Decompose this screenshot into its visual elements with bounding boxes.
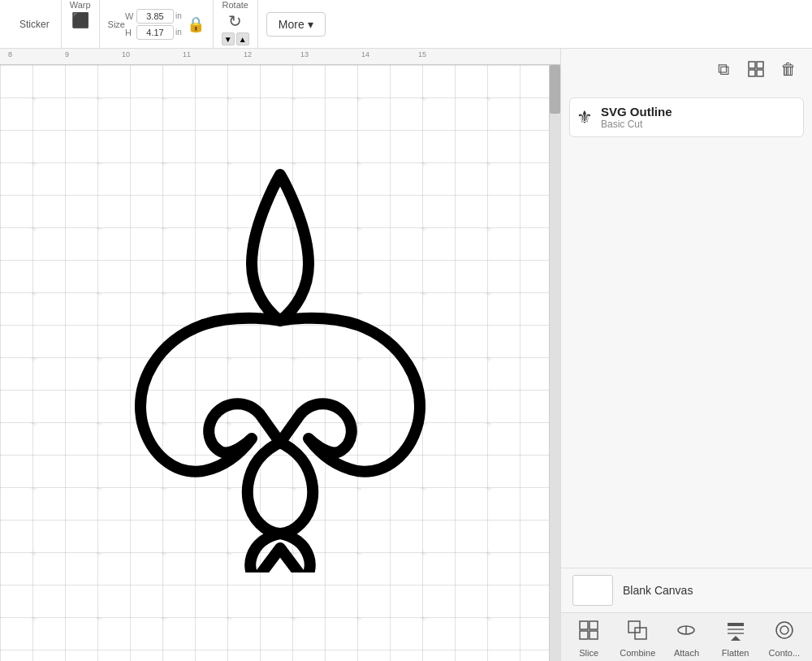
ruler-tick-10: 10 <box>122 50 130 58</box>
sticker-group: Sticker <box>8 0 62 48</box>
slice-icon <box>578 620 599 646</box>
svg-rect-14 <box>728 633 744 634</box>
layer-item[interactable]: ⚜ SVG Outline Basic Cut <box>569 97 804 137</box>
warp-group: Warp ⬛ <box>62 0 100 48</box>
contour-icon <box>774 620 795 646</box>
lock-icon[interactable]: 🔒 <box>187 15 205 33</box>
svg-point-17 <box>780 626 788 634</box>
scrollbar-thumb[interactable] <box>550 65 560 114</box>
warp-label: Warp <box>70 0 91 10</box>
combine-label: Combine <box>620 648 655 658</box>
delete-button[interactable]: 🗑 <box>776 57 801 81</box>
ruler-tick-13: 13 <box>300 50 309 58</box>
svg-rect-5 <box>590 621 598 629</box>
more-group: More ▾ <box>258 0 334 48</box>
ruler-tick-11: 11 <box>183 50 191 58</box>
warp-icon: ⬛ <box>71 11 89 29</box>
sticker-label: Sticker <box>19 19 50 30</box>
height-input[interactable] <box>136 25 174 40</box>
duplicate-button[interactable]: ⧉ <box>711 57 736 81</box>
rotate-label: Rotate <box>222 0 248 10</box>
rotate-icon[interactable]: ↻ <box>228 11 242 31</box>
rotate-stepper: ▼ ▲ <box>222 32 249 45</box>
more-label: More <box>279 18 304 31</box>
canvas-label: Blank Canvas <box>623 584 693 597</box>
width-input[interactable] <box>136 9 174 24</box>
svg-rect-9 <box>635 628 646 639</box>
ruler-top: 8 9 10 11 12 13 14 15 <box>0 49 560 65</box>
ruler-tick-15: 15 <box>418 50 426 58</box>
svg-rect-7 <box>590 631 598 639</box>
svg-rect-6 <box>580 631 588 639</box>
layer-svg-icon: ⚜ <box>577 107 593 128</box>
ruler-tick-14: 14 <box>361 50 369 58</box>
svg-point-16 <box>776 622 793 638</box>
layer-info: SVG Outline Basic Cut <box>601 105 797 130</box>
ruler-tick-12: 12 <box>244 50 252 58</box>
flatten-icon <box>725 620 746 646</box>
slice-tool[interactable]: Slice <box>568 620 609 658</box>
layer-name: SVG Outline <box>601 105 797 119</box>
canvas-item[interactable]: Blank Canvas <box>561 568 812 612</box>
svg-rect-4 <box>580 621 588 629</box>
height-letter: H <box>125 28 135 37</box>
size-label: Size <box>108 19 125 29</box>
sticker-item: Sticker <box>19 19 50 30</box>
layer-list: ⚜ SVG Outline Basic Cut <box>561 89 812 568</box>
slice-label: Slice <box>579 648 598 658</box>
main-toolbar: Sticker Warp ⬛ Size W in H in 🔒 <box>0 0 812 49</box>
scrollbar-vertical[interactable] <box>549 65 560 661</box>
attach-icon <box>676 620 697 646</box>
group-button[interactable] <box>744 57 768 81</box>
more-chevron-icon: ▾ <box>308 18 313 31</box>
svg-rect-3 <box>757 70 763 76</box>
bottom-toolbar: Slice Combine Attach <box>561 612 812 661</box>
grid-canvas[interactable] <box>0 65 560 661</box>
svg-rect-13 <box>728 629 744 630</box>
fleur-de-lis-container[interactable] <box>77 150 483 576</box>
panel-toolbar: ⧉ 🗑 <box>561 49 812 89</box>
size-unit-w: in <box>175 11 182 20</box>
width-letter: W <box>125 11 135 21</box>
svg-rect-1 <box>757 62 763 68</box>
canvas-thumbnail <box>572 575 613 606</box>
svg-rect-2 <box>749 70 755 76</box>
rotate-increment[interactable]: ▲ <box>236 32 249 45</box>
ruler-tick-8: 8 <box>8 50 12 58</box>
canvas-area: 8 9 10 11 12 13 14 15 <box>0 49 560 661</box>
flatten-label: Flatten <box>722 648 749 658</box>
fleur-de-lis-svg <box>77 150 483 572</box>
size-unit-h: in <box>175 28 182 37</box>
rotate-decrement[interactable]: ▼ <box>222 32 235 45</box>
svg-marker-15 <box>731 636 741 641</box>
combine-tool[interactable]: Combine <box>617 620 658 658</box>
size-inputs: W in H in <box>125 9 182 40</box>
svg-rect-8 <box>628 621 640 633</box>
combine-icon <box>627 620 648 646</box>
layer-subtext: Basic Cut <box>601 119 797 130</box>
size-group: Size W in H in 🔒 <box>100 0 214 48</box>
more-button[interactable]: More ▾ <box>266 12 326 37</box>
flatten-tool[interactable]: Flatten <box>715 620 756 658</box>
attach-tool[interactable]: Attach <box>666 620 706 658</box>
right-panel: Layers Color Sync ⧉ 🗑 ⚜ SVG Outline Basi… <box>560 0 812 661</box>
rotate-group: Rotate ↻ ▼ ▲ <box>214 0 258 48</box>
ruler-tick-9: 9 <box>65 50 69 58</box>
svg-rect-12 <box>728 623 744 626</box>
contour-label: Conto... <box>769 648 801 658</box>
group-icon <box>747 60 765 78</box>
attach-label: Attach <box>674 648 699 658</box>
contour-tool[interactable]: Conto... <box>764 620 805 658</box>
svg-rect-0 <box>749 62 755 68</box>
